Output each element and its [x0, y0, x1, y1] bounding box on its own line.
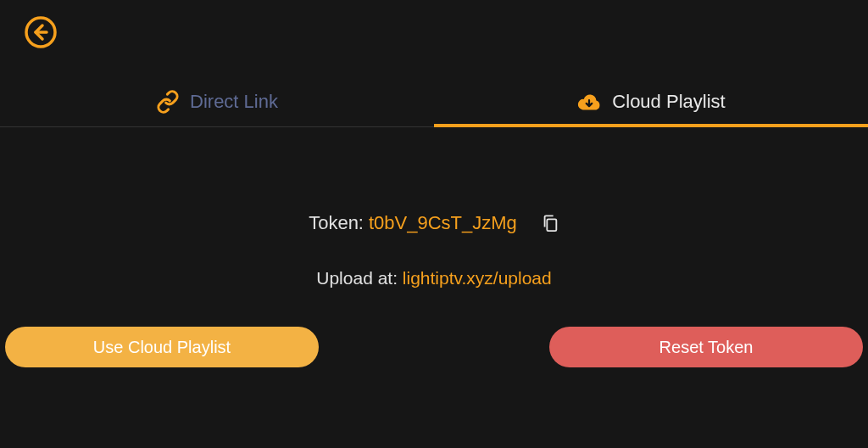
copy-icon	[541, 214, 559, 232]
copy-button[interactable]	[541, 214, 559, 232]
tab-bar: Direct Link Cloud Playlist	[0, 76, 868, 127]
tab-direct-link[interactable]: Direct Link	[0, 76, 434, 126]
tab-cloud-playlist-label: Cloud Playlist	[612, 91, 725, 113]
cloud-download-icon	[576, 91, 602, 113]
content-area: Token: t0bV_9CsT_JzMg Upload at: lightip…	[0, 212, 868, 288]
upload-url[interactable]: lightiptv.xyz/upload	[403, 268, 552, 288]
token-value: t0bV_9CsT_JzMg	[369, 212, 517, 234]
token-label: Token:	[309, 212, 364, 234]
back-button[interactable]	[24, 15, 58, 49]
upload-label: Upload at:	[316, 268, 403, 288]
upload-row: Upload at: lightiptv.xyz/upload	[0, 268, 868, 288]
link-icon	[156, 90, 180, 114]
svg-rect-2	[547, 219, 556, 231]
token-row: Token: t0bV_9CsT_JzMg	[0, 212, 868, 234]
tab-cloud-playlist[interactable]: Cloud Playlist	[434, 76, 868, 126]
reset-token-button[interactable]: Reset Token	[549, 327, 863, 367]
back-arrow-icon	[24, 15, 58, 49]
use-cloud-playlist-button[interactable]: Use Cloud Playlist	[5, 327, 319, 367]
action-buttons: Use Cloud Playlist Reset Token	[0, 327, 868, 367]
tab-direct-link-label: Direct Link	[190, 91, 278, 113]
